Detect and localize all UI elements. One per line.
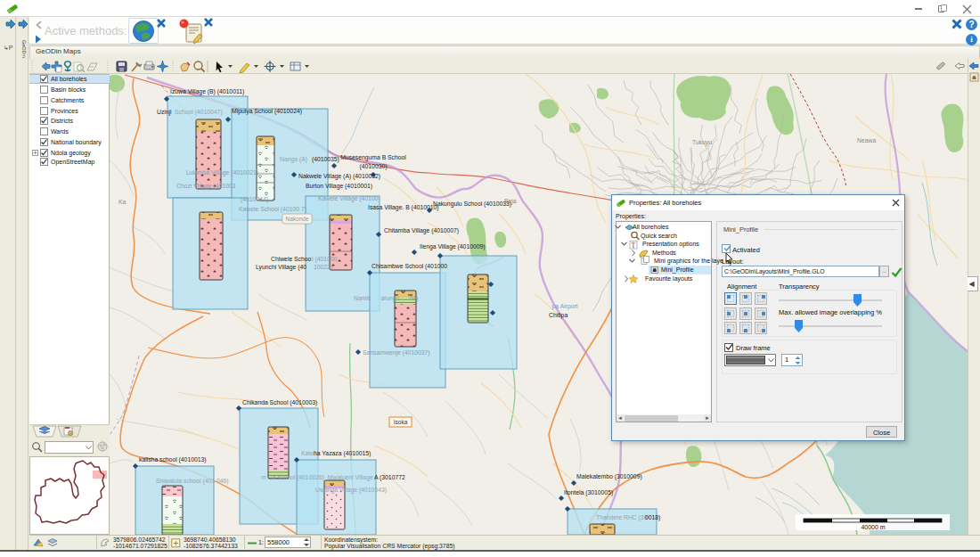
- svg-text:Chisambwe School (401000: Chisambwe School (401000: [372, 263, 447, 270]
- svg-text:(4010035): (4010035): [310, 156, 339, 163]
- svg-text:Itontela (3010005): Itontela (3010005): [564, 489, 613, 496]
- svg-text:pa Airport: pa Airport: [545, 303, 578, 310]
- svg-text:Nanga (A): Nanga (A): [280, 156, 307, 163]
- svg-text:Tukuyu: Tukuyu: [692, 139, 712, 146]
- svg-text:Mipulya School (4010024): Mipulya School (4010024): [232, 108, 302, 115]
- svg-text:Nakungulu School (4010033): Nakungulu School (4010033): [433, 201, 511, 208]
- svg-text:Uzinji: Uzinji: [157, 109, 172, 116]
- svg-text:l (401000: l (401000: [312, 256, 338, 263]
- svg-text:T: T: [632, 242, 636, 250]
- svg-text:Musesenguma B School: Musesenguma B School: [340, 154, 406, 161]
- svg-text:Izuwa Village (B) (4010011): Izuwa Village (B) (4010011): [170, 88, 244, 95]
- svg-text:40000 m: 40000 m: [861, 524, 885, 530]
- svg-text:ha Yazaza (4010015): ha Yazaza (4010015): [314, 450, 371, 457]
- svg-text:Neawa: Neawa: [857, 137, 876, 143]
- svg-text:Uwanga Village (4010043): Uwanga Village (4010043): [315, 487, 387, 494]
- svg-text:10022): 10022): [314, 264, 332, 271]
- svg-text:Ka: Ka: [118, 199, 127, 205]
- svg-text:kalisha school (4010013): kalisha school (4010013): [139, 456, 207, 463]
- svg-text:Kate: Kate: [301, 450, 314, 456]
- svg-text:Chiwele Schoo: Chiwele Schoo: [271, 256, 312, 262]
- svg-text:Kawele Village (40100: Kawele Village (40100: [318, 195, 379, 202]
- svg-text:Malekatembo (3010009): Malekatembo (3010009): [576, 473, 642, 480]
- svg-text:0018): 0018): [645, 514, 660, 521]
- svg-text:Beja: Beja: [504, 198, 517, 205]
- svg-text:Namis alungu 04): Namis alungu 04): [354, 295, 418, 302]
- svg-text:Lulamba Village (4010021): Lulamba Village (4010021): [186, 169, 258, 176]
- svg-text:School (4010047): School (4010047): [175, 109, 223, 116]
- svg-text:m la school (4010026) Mwalo: m la school (4010026) Mwaloeni Village: [261, 474, 373, 481]
- svg-text:Nakonde: Nakonde: [285, 216, 308, 222]
- svg-text:Burton Village (4010001): Burton Village (4010001): [306, 183, 372, 190]
- svg-text:Chitamba Village (4010007): Chitamba Village (4010007): [384, 227, 459, 234]
- svg-text:(4010044): (4010044): [241, 196, 268, 203]
- svg-text:(4010030): (4010030): [360, 163, 388, 170]
- svg-text:Kawele School (40100 7): Kawele School (40100 7): [239, 206, 306, 213]
- svg-text:Sansamwenje (4010037): Sansamwenje (4010037): [363, 349, 430, 356]
- svg-text:Isasa Village. B (4010010): Isasa Village. B (4010010): [368, 204, 439, 211]
- svg-text:Lyunchi Village (40: Lyunchi Village (40: [256, 264, 306, 271]
- svg-text:Nakwele Village (A) (4010032): Nakwele Village (A) (4010032): [298, 173, 380, 180]
- svg-text:Isoka: Isoka: [394, 419, 408, 425]
- svg-text:Chitipa: Chitipa: [549, 312, 568, 319]
- svg-text:A (3010772: A (3010772: [374, 474, 405, 481]
- svg-text:Chikanda School (4010003): Chikanda School (4010003): [242, 399, 317, 406]
- svg-text:Thandere RHC (30: Thandere RHC (30: [596, 514, 648, 521]
- svg-text:Shiwalula school (401 046): Shiwalula school (401 046): [156, 478, 229, 485]
- svg-text:Ilenga Village (4010009): Ilenga Village (4010009): [420, 243, 486, 250]
- svg-text:Chozi Village (401003: Chozi Village (401003: [176, 183, 236, 190]
